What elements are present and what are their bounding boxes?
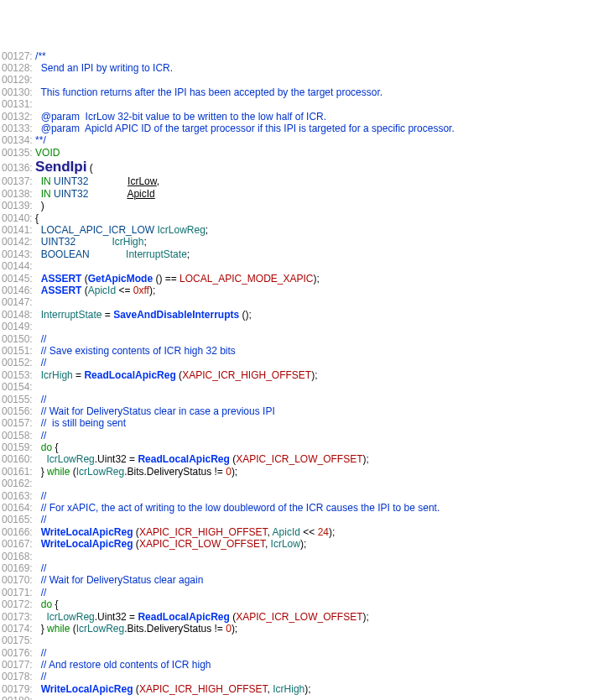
fn-readlocal[interactable]: ReadLocalApicReg xyxy=(84,369,175,381)
doc-line: This function returns after the IPI has … xyxy=(35,86,382,98)
lineno: 00139: xyxy=(2,200,33,212)
lineno: 00160: xyxy=(2,453,33,465)
fn-assert[interactable]: ASSERT xyxy=(41,285,82,296)
lineno: 00176: xyxy=(2,647,33,659)
cmt: // xyxy=(41,647,47,659)
lineno: 00156: xyxy=(2,405,33,417)
var: IcrLowReg xyxy=(157,224,205,236)
fn-getapicmode[interactable]: GetApicMode xyxy=(88,273,153,285)
type: BOOLEAN xyxy=(41,248,90,260)
lineno: 00173: xyxy=(2,611,33,623)
lineno: 00175: xyxy=(2,635,33,646)
lineno: 00158: xyxy=(2,430,33,441)
cmt: // Wait for DeliveryStatus clear again xyxy=(41,574,204,586)
lineno: 00130: xyxy=(2,86,33,98)
lineno: 00162: xyxy=(2,478,33,489)
doc-open: /** xyxy=(35,50,46,62)
fn-savedisable[interactable]: SaveAndDisableInterrupts xyxy=(113,309,239,321)
num: 0 xyxy=(226,466,232,478)
paren: ) xyxy=(41,200,44,212)
lineno: 00149: xyxy=(2,321,33,332)
fn-writelocal[interactable]: WriteLocalApicReg xyxy=(41,526,133,538)
cmt: // xyxy=(41,562,47,574)
lineno: 00147: xyxy=(2,296,33,308)
var: IcrLowReg xyxy=(76,466,124,478)
lineno: 00151: xyxy=(2,345,33,357)
cmt: // xyxy=(41,490,47,502)
code-listing: 00127: /** 00128: Send an IPI by writing… xyxy=(2,50,612,700)
var: IcrHigh xyxy=(112,236,143,248)
kw-while: while xyxy=(47,466,70,478)
doc-close: **/ xyxy=(35,134,46,146)
lineno: 00131: xyxy=(2,98,33,110)
lineno: 00129: xyxy=(2,74,33,86)
cmt: // xyxy=(41,514,47,525)
lineno: 00146: xyxy=(2,285,33,296)
lineno: 00159: xyxy=(2,441,33,453)
lineno: 00153: xyxy=(2,369,33,381)
lineno: 00163: xyxy=(2,490,33,502)
type: UINT32 xyxy=(41,236,75,248)
fn-writelocal[interactable]: WriteLocalApicReg xyxy=(41,538,133,550)
var: IcrLowReg xyxy=(46,611,94,623)
var: ApicId xyxy=(273,526,300,538)
macro: XAPIC_ICR_LOW_OFFSET xyxy=(139,538,265,550)
param-apicid[interactable]: ApicId xyxy=(127,188,154,200)
param-icrlow[interactable]: IcrLow xyxy=(127,175,157,187)
lineno: 00165: xyxy=(2,514,33,525)
var: InterruptState xyxy=(126,248,187,260)
lineno: 00168: xyxy=(2,551,33,562)
lineno: 00164: xyxy=(2,502,33,514)
cmt: // xyxy=(41,671,47,682)
lineno: 00137: xyxy=(2,175,33,187)
var: IcrLowReg xyxy=(46,453,94,465)
num: 0xff xyxy=(133,285,149,296)
lineno: 00135: xyxy=(2,147,33,159)
cmt: // xyxy=(41,357,47,368)
macro: XAPIC_ICR_LOW_OFFSET xyxy=(236,453,362,465)
macro: XAPIC_ICR_HIGH_OFFSET xyxy=(182,369,311,381)
lineno: 00171: xyxy=(2,587,33,598)
lineno: 00161: xyxy=(2,466,33,478)
type: UINT32 xyxy=(54,175,88,187)
fn-readlocal[interactable]: ReadLocalApicReg xyxy=(138,453,229,465)
cmt: // xyxy=(41,333,47,345)
kw-in: IN xyxy=(41,188,51,200)
lineno: 00179: xyxy=(2,683,33,695)
fn-writelocal[interactable]: WriteLocalApicReg xyxy=(41,683,133,695)
kw-void: VOID xyxy=(35,147,60,159)
lineno: 00154: xyxy=(2,381,33,393)
lineno: 00136: xyxy=(2,162,33,174)
macro: XAPIC_ICR_HIGH_OFFSET xyxy=(139,526,268,538)
lineno: 00127: xyxy=(2,50,33,62)
fn-name[interactable]: SendIpi xyxy=(35,159,86,175)
lineno: 00142: xyxy=(2,236,33,248)
kw-in: IN xyxy=(41,175,51,187)
cmt: // Wait for DeliveryStatus clear in case… xyxy=(41,405,275,417)
doc-param: @param ApicId APIC ID of the target proc… xyxy=(35,123,455,134)
cmt: // xyxy=(41,394,47,405)
lineno: 00169: xyxy=(2,562,33,574)
brace: { xyxy=(35,212,39,224)
fn-assert[interactable]: ASSERT xyxy=(41,273,82,285)
fn-readlocal[interactable]: ReadLocalApicReg xyxy=(138,611,229,623)
lineno: 00133: xyxy=(2,123,33,134)
lineno: 00155: xyxy=(2,394,33,405)
cmt: // Save existing contents of ICR high 32… xyxy=(41,345,236,357)
num: 24 xyxy=(318,526,329,538)
kw-do: do xyxy=(41,441,52,453)
lineno: 00141: xyxy=(2,224,33,236)
lineno: 00166: xyxy=(2,526,33,538)
cmt: // xyxy=(41,430,47,441)
var: IcrHigh xyxy=(41,369,73,381)
cmt: // For xAPIC, the act of writing to the … xyxy=(41,502,440,514)
macro: LOCAL_APIC_MODE_XAPIC xyxy=(180,273,313,285)
lineno: 00134: xyxy=(2,134,33,146)
lineno: 00157: xyxy=(2,417,33,429)
lineno: 00145: xyxy=(2,273,33,285)
var: IcrLowReg xyxy=(76,623,124,635)
macro: XAPIC_ICR_LOW_OFFSET xyxy=(236,611,362,623)
cmt: // And restore old contents of ICR high xyxy=(41,659,211,671)
kw-while: while xyxy=(47,623,70,635)
lineno: 00132: xyxy=(2,111,33,123)
